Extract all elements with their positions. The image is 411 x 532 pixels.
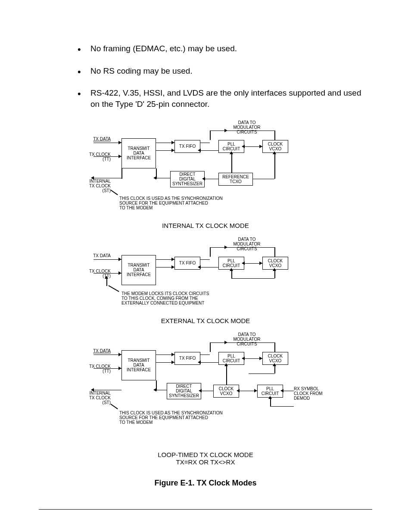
footer-rule [39, 509, 372, 510]
label-internal-txclock: INTERNAL TX CLOCK (ST) [81, 179, 111, 193]
bullet-item: RS‑422, V.35, HSSI, and LVDS are the onl… [78, 87, 372, 109]
block-vcxo2: CLOCK VCXO [213, 385, 239, 398]
bullet-list: No framing (EDMAC, etc.) may be used. No… [78, 43, 372, 110]
mode-title-external: EXTERNAL TX CLOCK MODE [85, 317, 326, 324]
note-sync: THIS CLOCK IS USED AS THE SYNCHRONIZATIO… [119, 196, 249, 210]
mode-title-internal: INTERNAL TX CLOCK MODE [85, 222, 326, 229]
label-txdata: TX DATA [85, 137, 111, 141]
figure-area: TX DATA TX CLOCK (TT) INTERNAL TX CLOCK … [85, 123, 326, 488]
block-tdi: TRANSMIT DATA INTERFACE [121, 350, 156, 380]
label-txdata: TX DATA [85, 348, 111, 353]
mode-title-loop: LOOP-TIMED TX CLOCK MODE TX=RX OR TX<>RX [85, 451, 326, 466]
block-ref-tcxo: REFERENCE TCXO [218, 173, 253, 186]
note-modem-locks: THE MODEM LOCKS ITS CLOCK CIRCUITS TO TH… [121, 291, 242, 305]
bullet-item: No framing (EDMAC, etc.) may be used. [78, 43, 372, 54]
label-data-to-mod: DATA TO MODULATOR CIRCUITS [230, 332, 264, 346]
block-pll: PLL CIRCUIT [218, 352, 244, 365]
block-txfifo: TX FIFO [174, 257, 200, 270]
block-txfifo: TX FIFO [174, 352, 200, 365]
block-txfifo: TX FIFO [174, 140, 200, 153]
block-dds: DIRECT DIGITAL SYNTHESIZER [170, 171, 205, 187]
diagram-loop: TX DATA TX CLOCK (TT) INTERNAL TX CLOCK … [85, 335, 326, 447]
note-sync: THIS CLOCK IS USED AS THE SYNCHRONIZATIO… [119, 411, 249, 425]
bullet-item: No RS coding may be used. [78, 65, 372, 77]
diagram-external: TX DATA TX CLOCK (TT) DATA TO MODULATOR … [85, 240, 326, 313]
label-internal-txclock: INTERNAL TX CLOCK (ST) [81, 391, 111, 405]
label-txdata: TX DATA [85, 253, 111, 258]
figure-caption: Figure E-1. TX Clock Modes [85, 479, 326, 488]
label-data-to-mod: DATA TO MODULATOR CIRCUITS [230, 120, 264, 134]
block-tdi: TRANSMIT DATA INTERFACE [121, 255, 156, 285]
block-tdi: TRANSMIT DATA INTERFACE [121, 138, 156, 168]
label-data-to-mod: DATA TO MODULATOR CIRCUITS [230, 237, 264, 251]
diagram-internal: TX DATA TX CLOCK (TT) INTERNAL TX CLOCK … [85, 123, 326, 218]
label-rx-symbol: RX SYMBOL CLOCK FROM DEMOD [294, 386, 328, 401]
block-dds: DIRECT DIGITAL SYNTHESIZER [167, 383, 201, 399]
page-body: No framing (EDMAC, etc.) may be used. No… [0, 0, 411, 532]
